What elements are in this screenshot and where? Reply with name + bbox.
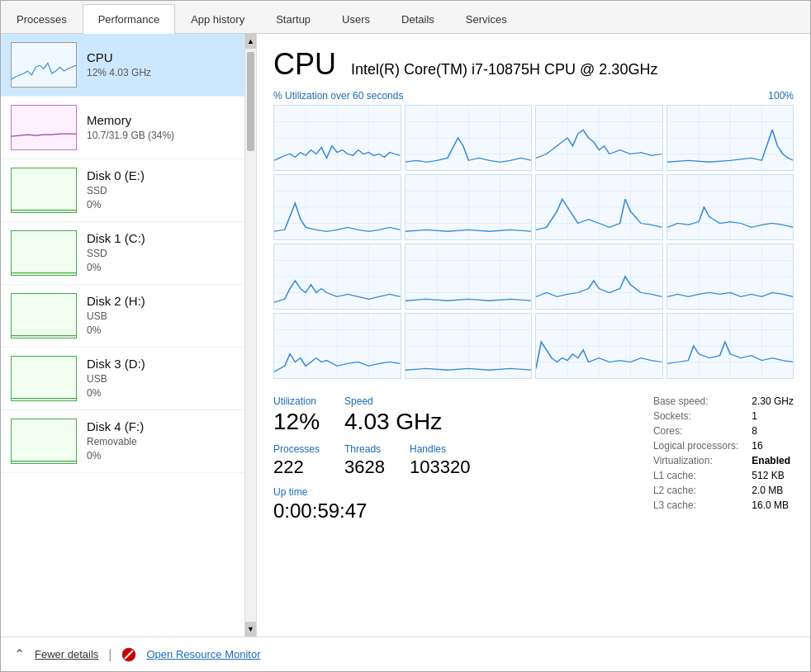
threads-label: Threads <box>344 443 385 455</box>
cpu-graph-2-1 <box>405 244 533 310</box>
cpu-mini-graph <box>11 42 77 88</box>
disk3-sidebar-title: Disk 3 (D:) <box>87 357 246 371</box>
sidebar-item-disk4[interactable]: Disk 4 (F:) Removable 0% <box>1 410 256 473</box>
mem-mini-graph <box>11 105 77 150</box>
l1-key: L1 cache: <box>653 470 738 481</box>
tab-details[interactable]: Details <box>386 4 450 34</box>
sidebar-scrollbar[interactable]: ▲ ▼ <box>244 34 256 637</box>
disk3-mini-graph <box>11 356 77 401</box>
svg-rect-1 <box>12 106 76 150</box>
tab-performance[interactable]: Performance <box>83 4 175 34</box>
handles-value: 103320 <box>410 457 470 478</box>
content-area: CPU Intel(R) Core(TM) i7-10875H CPU @ 2.… <box>257 34 810 637</box>
virtualization-key: Virtualization: <box>653 455 738 466</box>
cpu-graph-1-2 <box>535 174 663 240</box>
stat-handles: Handles 103320 <box>410 443 470 478</box>
cpu-graph-2-0 <box>273 244 401 310</box>
sidebar-item-disk0[interactable]: Disk 0 (E:) SSD 0% <box>1 159 256 222</box>
disk0-sidebar-sub2: 0% <box>87 198 246 212</box>
main-content: CPU 12% 4.03 GHz Memory 10.7/31.9 G <box>1 34 810 637</box>
stats-left: Utilization 12% Speed 4.03 GHz Processes… <box>273 395 470 523</box>
stat-group-util-speed: Utilization 12% Speed 4.03 GHz <box>273 395 470 435</box>
cores-key: Cores: <box>653 425 738 437</box>
cpu-graph-1-0 <box>273 174 401 240</box>
disk0-sidebar-title: Disk 0 (E:) <box>87 168 246 182</box>
uptime-label: Up time <box>273 486 470 498</box>
svg-rect-4 <box>12 294 76 338</box>
utilization-stat-value: 12% <box>273 409 320 435</box>
cpu-graph-1-1 <box>405 174 533 240</box>
disk1-sidebar-info: Disk 1 (C:) SSD 0% <box>87 231 246 275</box>
cpu-graph-3-0 <box>273 313 401 379</box>
stat-group-proc: Processes 222 Threads 3628 Handles 10332… <box>273 443 470 478</box>
tab-processes[interactable]: Processes <box>1 4 83 34</box>
disk2-mini-graph <box>11 293 77 338</box>
cpu-graph-3-3 <box>666 313 794 379</box>
disk2-sidebar-sub2: 0% <box>87 324 246 338</box>
disk0-sidebar-info: Disk 0 (E:) SSD 0% <box>87 168 246 212</box>
disk4-sidebar-sub1: Removable <box>87 435 246 449</box>
disk1-sidebar-sub2: 0% <box>87 261 246 275</box>
cpu-title-label: CPU <box>273 47 336 82</box>
disk4-sidebar-info: Disk 4 (F:) Removable 0% <box>87 419 246 463</box>
cpu-model-label: Intel(R) Core(TM) i7-10875H CPU @ 2.30GH… <box>351 61 657 78</box>
cpu-graph-3-2 <box>535 313 663 379</box>
cpu-graph-2-2 <box>535 244 663 310</box>
tab-users[interactable]: Users <box>326 4 386 34</box>
cpu-graph-0-0 <box>273 105 401 171</box>
stat-processes: Processes 222 <box>273 443 320 478</box>
logical-val: 16 <box>752 440 794 452</box>
fewer-details-button[interactable]: Fewer details <box>35 648 98 660</box>
sidebar-item-disk1[interactable]: Disk 1 (C:) SSD 0% <box>1 222 256 285</box>
stat-threads: Threads 3628 <box>344 443 385 478</box>
disk2-sidebar-sub1: USB <box>87 310 246 324</box>
mem-sidebar-title: Memory <box>87 113 246 127</box>
cpu-sidebar-info: CPU 12% 4.03 GHz <box>87 50 246 80</box>
tab-startup[interactable]: Startup <box>260 4 326 34</box>
footer: ⌃ Fewer details | Open Resource Monitor <box>1 637 810 671</box>
scroll-up-arrow[interactable]: ▲ <box>245 34 256 49</box>
open-resource-monitor-button[interactable]: Open Resource Monitor <box>146 648 260 660</box>
disk4-sidebar-sub2: 0% <box>87 449 246 463</box>
mem-sidebar-sub: 10.7/31.9 GB (34%) <box>87 129 246 143</box>
base-speed-key: Base speed: <box>653 395 738 407</box>
disk2-sidebar-info: Disk 2 (H:) USB 0% <box>87 294 246 338</box>
disk4-sidebar-title: Disk 4 (F:) <box>87 419 246 433</box>
disk3-sidebar-info: Disk 3 (D:) USB 0% <box>87 357 246 400</box>
handles-label: Handles <box>410 443 470 455</box>
info-table: Base speed: 2.30 GHz Sockets: 1 Cores: 8… <box>653 395 794 523</box>
cpu-sidebar-sub: 12% 4.03 GHz <box>87 66 246 80</box>
cores-val: 8 <box>752 425 794 437</box>
sockets-key: Sockets: <box>653 410 738 422</box>
mem-sidebar-info: Memory 10.7/31.9 GB (34%) <box>87 113 246 143</box>
tab-services[interactable]: Services <box>450 4 523 34</box>
svg-rect-3 <box>12 231 76 276</box>
l2-key: L2 cache: <box>653 485 738 496</box>
cpu-graph-3-1 <box>405 313 533 379</box>
footer-separator: | <box>108 647 111 662</box>
cpu-sidebar-title: CPU <box>87 50 246 64</box>
stats-section: Utilization 12% Speed 4.03 GHz Processes… <box>273 395 794 523</box>
scroll-down-arrow[interactable]: ▼ <box>245 622 256 637</box>
utilization-stat-label: Utilization <box>273 395 320 407</box>
utilization-label-text: % Utilization over 60 seconds <box>273 90 403 102</box>
utilization-max-text: 100% <box>768 90 794 102</box>
cpu-graph-0-3 <box>666 105 794 171</box>
disk0-mini-graph <box>11 168 77 213</box>
disk1-sidebar-sub1: SSD <box>87 247 246 261</box>
l1-val: 512 KB <box>752 470 794 481</box>
svg-rect-0 <box>12 43 76 88</box>
sidebar-item-disk2[interactable]: Disk 2 (H:) USB 0% <box>1 285 256 348</box>
sockets-val: 1 <box>752 410 794 422</box>
task-manager-window: Processes Performance App history Startu… <box>0 0 811 672</box>
sidebar-item-cpu[interactable]: CPU 12% 4.03 GHz <box>1 34 256 97</box>
chevron-up-icon: ⌃ <box>14 646 25 662</box>
virtualization-val: Enabled <box>752 455 794 466</box>
sidebar-item-memory[interactable]: Memory 10.7/31.9 GB (34%) <box>1 97 256 159</box>
tab-app-history[interactable]: App history <box>175 4 260 34</box>
cpu-header: CPU Intel(R) Core(TM) i7-10875H CPU @ 2.… <box>273 47 794 82</box>
scroll-track[interactable] <box>245 49 256 622</box>
scroll-thumb[interactable] <box>247 52 254 151</box>
stat-uptime: Up time 0:00:59:47 <box>273 486 470 523</box>
sidebar-item-disk3[interactable]: Disk 3 (D:) USB 0% <box>1 348 256 410</box>
